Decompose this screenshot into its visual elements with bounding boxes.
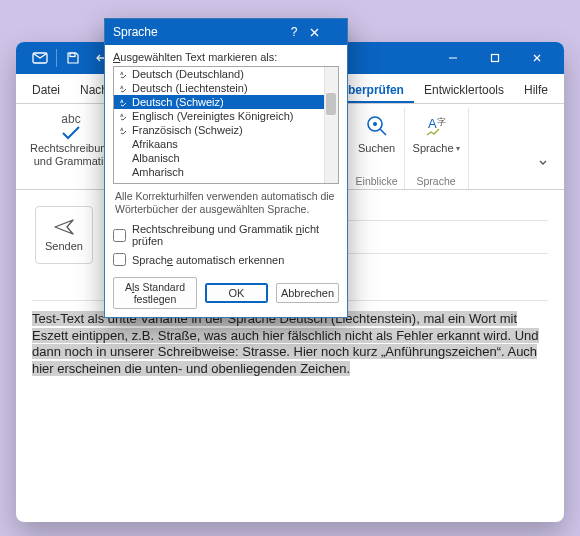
language-item-label: Albanisch bbox=[132, 151, 180, 165]
language-item-label: Amharisch bbox=[132, 165, 184, 179]
language-item-label: Deutsch (Schweiz) bbox=[132, 95, 224, 109]
spelling-button[interactable]: abc Rechtschreibungund Grammatik bbox=[28, 110, 115, 169]
language-item-label: Afrikaans bbox=[132, 137, 178, 151]
svg-text:ᴀ: ᴀ bbox=[120, 126, 124, 132]
svg-text:字: 字 bbox=[437, 117, 446, 127]
scrollbar-thumb[interactable] bbox=[326, 93, 336, 115]
svg-line-6 bbox=[380, 129, 386, 135]
language-icon: A 字 bbox=[419, 112, 453, 140]
send-button[interactable]: Senden bbox=[35, 206, 93, 264]
checkbox-nocheck-input[interactable] bbox=[113, 229, 126, 242]
svg-text:A: A bbox=[428, 116, 437, 131]
dialog-title: Sprache bbox=[113, 25, 279, 39]
maximize-button[interactable] bbox=[474, 42, 516, 74]
language-item-label: Englisch (Vereinigtes Königreich) bbox=[132, 109, 293, 123]
language-item-label: Deutsch (Deutschland) bbox=[132, 67, 244, 81]
ribbon-group-einblicke: Suchen Einblicke bbox=[350, 108, 405, 189]
checkbox-autodetect[interactable]: Sprache automatisch erkennen bbox=[113, 250, 339, 269]
svg-rect-1 bbox=[70, 53, 75, 57]
send-label: Senden bbox=[45, 240, 83, 252]
svg-text:ᴀ: ᴀ bbox=[120, 112, 124, 118]
send-icon bbox=[53, 218, 75, 236]
group-label-einblicke: Einblicke bbox=[356, 169, 398, 189]
sprache-label: Sprache bbox=[413, 142, 454, 154]
app-icon[interactable] bbox=[28, 46, 52, 70]
group-label-sprache: Sprache bbox=[417, 169, 456, 189]
ribbon-group-sprache: A 字 Sprache ▾ Sprache bbox=[405, 108, 469, 189]
language-item[interactable]: Afrikaans bbox=[114, 137, 324, 151]
language-item[interactable]: ᴀEnglisch (Vereinigtes Königreich) bbox=[114, 109, 324, 123]
spellcheck-mark-icon: ᴀ bbox=[120, 83, 128, 93]
cancel-button[interactable]: Abbrechen bbox=[276, 283, 339, 303]
language-listbox[interactable]: ᴀDeutsch (Deutschland)ᴀDeutsch (Liechten… bbox=[113, 66, 339, 184]
tab-datei[interactable]: Datei bbox=[22, 77, 70, 103]
ok-button[interactable]: OK bbox=[205, 283, 268, 303]
checkbox-nocheck[interactable]: Rechtschreibung und Grammatik nicht prüf… bbox=[113, 220, 339, 250]
language-item[interactable]: ᴀDeutsch (Deutschland) bbox=[114, 67, 324, 81]
language-item-label: Französisch (Schweiz) bbox=[132, 123, 243, 137]
sprache-button[interactable]: A 字 Sprache ▾ bbox=[411, 110, 462, 156]
checkbox-autodetect-input[interactable] bbox=[113, 253, 126, 266]
chevron-down-icon: ▾ bbox=[456, 144, 460, 153]
checkbox-nocheck-label: Rechtschreibung und Grammatik nicht prüf… bbox=[132, 223, 339, 247]
spellcheck-mark-icon: ᴀ bbox=[120, 125, 128, 135]
spellcheck-mark-icon: ᴀ bbox=[120, 111, 128, 121]
dialog-help-text: Alle Korrekturhilfen verwenden automatis… bbox=[113, 184, 339, 220]
mail-body[interactable]: Test-Text als dritte Variante in der Spr… bbox=[16, 311, 564, 378]
language-item[interactable]: Albanisch bbox=[114, 151, 324, 165]
tab-entwicklertools[interactable]: Entwicklertools bbox=[414, 77, 514, 103]
dialog-label: Ausgewählten Text markieren als: bbox=[113, 51, 339, 63]
checkbox-autodetect-label: Sprache automatisch erkennen bbox=[132, 254, 284, 266]
svg-rect-3 bbox=[492, 55, 499, 62]
language-item[interactable]: ᴀDeutsch (Schweiz) bbox=[114, 95, 324, 109]
svg-text:ᴀ: ᴀ bbox=[120, 70, 124, 76]
mail-body-text: Test-Text als dritte Variante in der Spr… bbox=[32, 311, 539, 376]
dialog-titlebar: Sprache ? bbox=[105, 19, 347, 45]
suchen-label: Suchen bbox=[358, 142, 395, 154]
scrollbar[interactable] bbox=[324, 67, 338, 183]
suchen-button[interactable]: Suchen bbox=[356, 110, 397, 156]
svg-point-7 bbox=[373, 122, 377, 126]
spelling-label: Rechtschreibungund Grammatik bbox=[30, 142, 113, 167]
svg-text:ᴀ: ᴀ bbox=[120, 98, 124, 104]
language-item[interactable]: ᴀFranzösisch (Schweiz) bbox=[114, 123, 324, 137]
spelling-icon: abc bbox=[54, 112, 88, 140]
language-item[interactable]: Amharisch bbox=[114, 165, 324, 179]
save-icon[interactable] bbox=[61, 46, 85, 70]
dialog-close-button[interactable] bbox=[309, 27, 339, 38]
language-item[interactable]: ᴀDeutsch (Liechtenstein) bbox=[114, 81, 324, 95]
minimize-button[interactable] bbox=[432, 42, 474, 74]
set-default-button[interactable]: Als Standard festlegen bbox=[113, 277, 197, 309]
language-dialog: Sprache ? Ausgewählten Text markieren al… bbox=[104, 18, 348, 318]
tab-hilfe[interactable]: Hilfe bbox=[514, 77, 558, 103]
search-icon bbox=[360, 112, 394, 140]
svg-text:abc: abc bbox=[62, 112, 81, 126]
dialog-help-button[interactable]: ? bbox=[279, 25, 309, 39]
spellcheck-mark-icon: ᴀ bbox=[120, 69, 128, 79]
close-button[interactable] bbox=[516, 42, 558, 74]
language-item-label: Deutsch (Liechtenstein) bbox=[132, 81, 248, 95]
svg-text:ᴀ: ᴀ bbox=[120, 84, 124, 90]
spellcheck-mark-icon: ᴀ bbox=[120, 97, 128, 107]
ribbon-collapse-button[interactable] bbox=[532, 151, 554, 173]
